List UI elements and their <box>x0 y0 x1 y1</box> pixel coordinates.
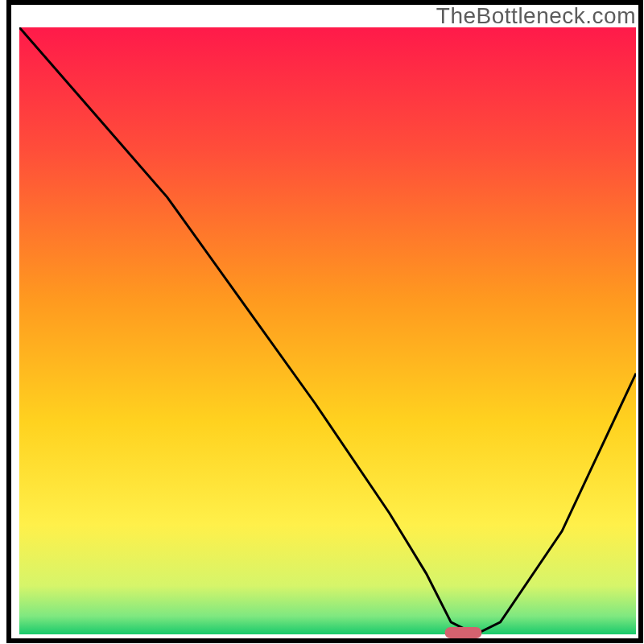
bottleneck-chart <box>0 0 644 644</box>
chart-frame: TheBottleneck.com <box>0 0 644 644</box>
optimal-marker <box>445 627 482 638</box>
gradient-background <box>19 27 636 634</box>
